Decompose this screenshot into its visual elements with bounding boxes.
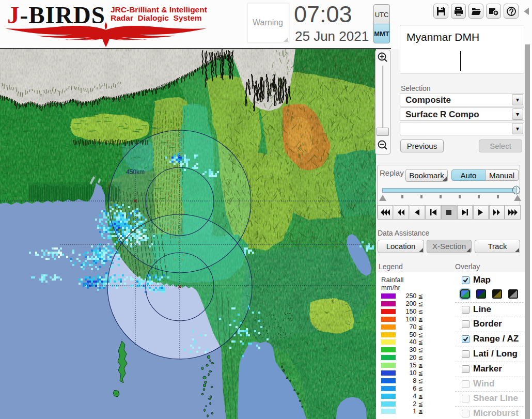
svg-text:450km: 450km: [126, 168, 145, 176]
